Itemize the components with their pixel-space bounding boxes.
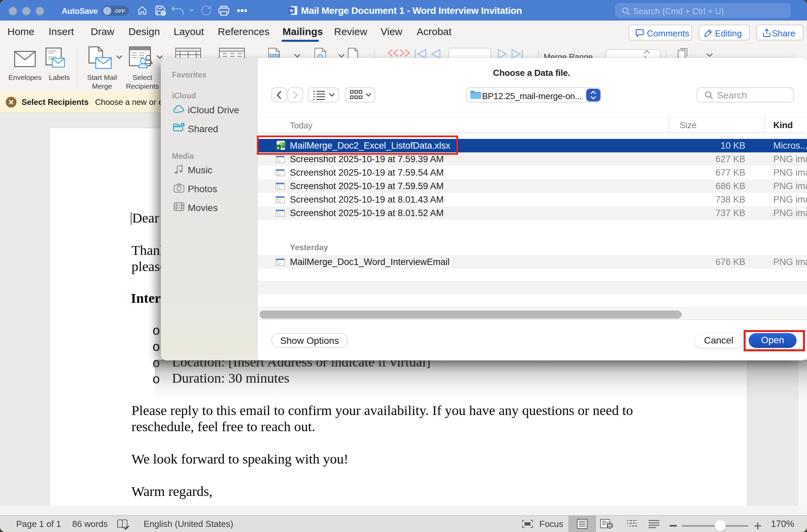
svg-text:W: W: [290, 8, 294, 13]
svg-text:Merge Range: Merge Range: [544, 52, 593, 58]
